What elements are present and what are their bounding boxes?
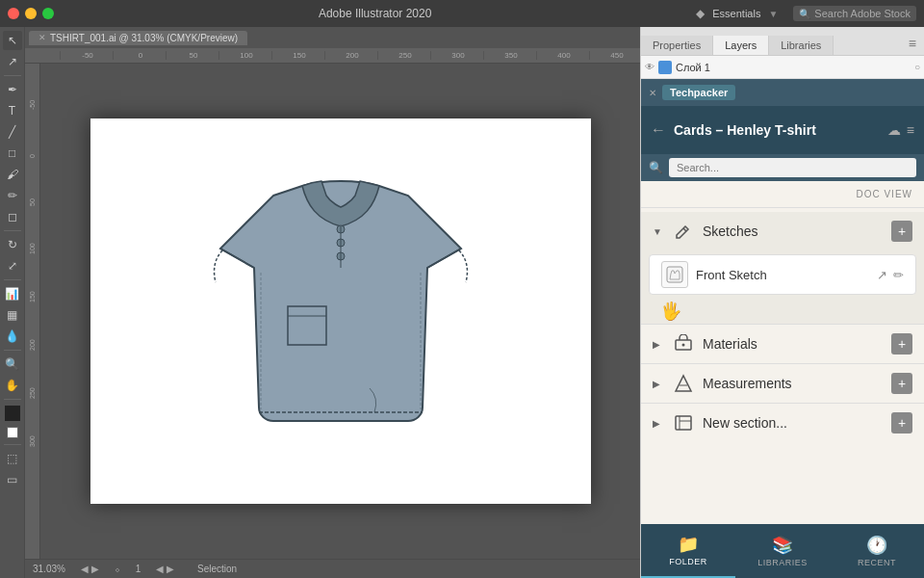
line-tool[interactable]: ╱ — [3, 122, 22, 142]
artboard-stepper[interactable]: ◀ ▶ — [156, 564, 174, 574]
sketch-external-link-icon[interactable]: ↗ — [877, 268, 887, 282]
close-button[interactable] — [8, 8, 19, 19]
plugin-back-button[interactable]: ← — [651, 121, 666, 139]
tab-layers[interactable]: Layers — [713, 36, 769, 55]
svg-rect-6 — [667, 267, 682, 282]
ruler-mark: 300 — [430, 51, 483, 60]
tab-libraries[interactable]: Libraries — [769, 36, 834, 55]
ruler-mark: 250 — [377, 51, 430, 60]
doc-view-button[interactable]: DOC VIEW — [856, 189, 912, 199]
bottom-nav-libraries[interactable]: 📚 LIBRARIES — [735, 524, 830, 578]
fill-color[interactable] — [5, 406, 20, 421]
tshirt-container — [90, 118, 591, 504]
direct-select-tool[interactable]: ↗ — [3, 52, 22, 71]
cursor-area: 🖐 — [641, 299, 924, 324]
upload-icon[interactable]: ☁ — [887, 122, 901, 138]
tab-properties[interactable]: Properties — [641, 36, 713, 55]
plugin-title-actions: ☁ ≡ — [887, 122, 914, 138]
ruler-mark: -50 — [60, 51, 113, 60]
screen-mode[interactable]: ▭ — [3, 470, 22, 489]
svg-point-8 — [682, 344, 685, 347]
plugin-panel: ✕ Techpacker ← Cards – Henley T-shirt ☁ … — [641, 79, 924, 578]
ruler-h-marks: -50 0 50 100 150 200 250 300 350 400 450… — [60, 51, 640, 60]
layer-color-swatch — [658, 61, 672, 74]
svg-marker-9 — [676, 376, 691, 391]
section-materials: ▶ Materials + — [641, 325, 924, 363]
section-new: ▶ New section... + — [641, 404, 924, 442]
rotate-tool[interactable]: ↻ — [3, 235, 22, 254]
ruler-mark: 0 — [113, 51, 166, 60]
paintbrush-tool[interactable]: 🖌 — [3, 165, 22, 184]
search-stock-bar[interactable]: 🔍 Search Adobe Stock — [793, 6, 916, 21]
panel-menu-icon[interactable]: ≡ — [901, 32, 924, 55]
sketch-edit-icon[interactable]: ✏ — [893, 268, 904, 282]
measurements-add-button[interactable]: + — [891, 373, 912, 394]
section-sketches: ▼ Sketches + — [641, 212, 924, 324]
bottom-nav-recent[interactable]: 🕐 RECENT — [830, 524, 924, 578]
section-measurements-header[interactable]: ▶ Measurements + — [641, 364, 924, 403]
zoom-level: 31.03% — [33, 564, 65, 574]
scale-tool[interactable]: ⤢ — [3, 256, 22, 276]
hand-tool[interactable]: ✋ — [3, 376, 22, 395]
layer-visibility-icon[interactable]: 👁 — [645, 62, 654, 72]
gradient-tool[interactable]: ▦ — [3, 305, 22, 325]
type-tool[interactable]: T — [3, 101, 22, 120]
zoom-tool[interactable]: 🔍 — [3, 355, 22, 374]
tab-ruler-area: ✕ TSHIRT_001.ai @ 31.03% (CMYK/Preview) … — [25, 27, 640, 64]
layer-lock-icon[interactable]: ○ — [914, 62, 920, 72]
section-materials-header[interactable]: ▶ Materials + — [641, 325, 924, 363]
sketch-item-actions-front: ↗ ✏ — [877, 268, 904, 282]
pencil-tool[interactable]: ✏ — [3, 186, 22, 205]
plugin-titlebar-area: ← Cards – Henley T-shirt ☁ ≡ 🔍 — [641, 106, 924, 181]
sketches-icon — [672, 220, 695, 243]
stroke-color[interactable] — [7, 427, 18, 438]
left-toolbar: ↖ ↗ ✒ T ╱ □ 🖌 ✏ ◻ ↻ ⤢ 📊 ▦ 💧 🔍 ✋ ⬚ ▭ — [0, 27, 25, 578]
main-area: ↖ ↗ ✒ T ╱ □ 🖌 ✏ ◻ ↻ ⤢ 📊 ▦ 💧 🔍 ✋ ⬚ ▭ — [0, 27, 924, 578]
minimize-button[interactable] — [25, 8, 37, 19]
tab-close-icon[interactable]: ✕ — [38, 33, 46, 42]
tool-divider-4 — [4, 350, 21, 351]
recent-icon: 🕐 — [866, 535, 888, 556]
eraser-tool[interactable]: ◻ — [3, 207, 22, 226]
canvas-row: -50 0 50 100 150 200 250 300 — [25, 64, 640, 559]
ruler-horizontal: -50 0 50 100 150 200 250 300 350 400 450… — [25, 48, 640, 64]
section-sketches-header[interactable]: ▼ Sketches + — [641, 212, 924, 250]
ruler-mark: 450 — [589, 51, 640, 60]
active-tab[interactable]: ✕ TSHIRT_001.ai @ 31.03% (CMYK/Preview) — [29, 31, 247, 45]
select-tool[interactable]: ↖ — [3, 31, 22, 50]
tabbar: ✕ TSHIRT_001.ai @ 31.03% (CMYK/Preview) — [25, 27, 640, 48]
sketches-add-button[interactable]: + — [891, 221, 912, 242]
filter-icon[interactable]: ≡ — [907, 122, 914, 138]
bottom-nav-folder[interactable]: 📁 FOLDER — [641, 524, 735, 578]
new-section-add-button[interactable]: + — [891, 412, 912, 434]
layer-row: 👁 Слой 1 ○ — [641, 56, 924, 79]
traffic-lights — [8, 8, 54, 19]
zoom-stepper[interactable]: ◀ ▶ — [81, 564, 99, 574]
materials-add-button[interactable]: + — [891, 333, 912, 355]
materials-chevron-icon: ▶ — [653, 339, 664, 350]
maximize-button[interactable] — [42, 8, 54, 19]
app-title: Adobe Illustrator 2020 — [54, 7, 696, 20]
eyedropper-tool[interactable]: 💧 — [3, 327, 22, 346]
sketch-item-front: Front Sketch ↗ ✏ — [649, 254, 916, 295]
titlebar-right: ◆ Essentials ▼ 🔍 Search Adobe Stock — [696, 6, 916, 21]
rect-tool[interactable]: □ — [3, 144, 22, 163]
plugin-search-bar: 🔍 — [641, 154, 924, 181]
sections-list: ▼ Sketches + — [641, 208, 924, 524]
new-section-chevron-icon: ▶ — [653, 418, 664, 429]
panel-tabs: Properties Layers Libraries ≡ — [641, 27, 924, 56]
titlebar: Adobe Illustrator 2020 ◆ Essentials ▼ 🔍 … — [0, 0, 924, 27]
draw-mode[interactable]: ⬚ — [3, 449, 22, 468]
sketch-item-icon-front[interactable] — [661, 261, 688, 288]
pen-tool[interactable]: ✒ — [3, 80, 22, 99]
tool-divider-2 — [4, 230, 21, 231]
section-measurements: ▶ Measurements + — [641, 364, 924, 403]
plugin-brand-label: Techpacker — [662, 85, 735, 100]
plugin-search-input[interactable] — [669, 158, 916, 177]
plugin-panel-close[interactable]: ✕ — [649, 88, 656, 98]
canvas-column: ✕ TSHIRT_001.ai @ 31.03% (CMYK/Preview) … — [25, 27, 640, 578]
section-new-header[interactable]: ▶ New section... + — [641, 404, 924, 442]
sketches-chevron-icon: ▼ — [653, 226, 664, 237]
graph-tool[interactable]: 📊 — [3, 284, 22, 303]
new-section-icon — [672, 411, 695, 434]
